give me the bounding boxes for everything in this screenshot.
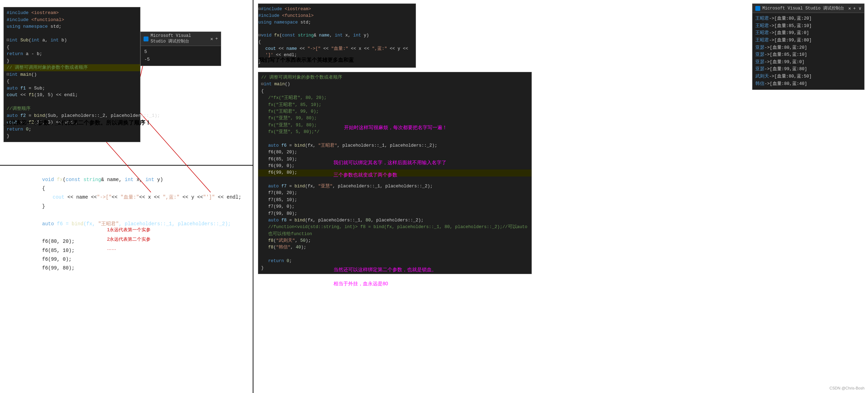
add-btn-tr[interactable]: + ∨ — [853, 6, 861, 11]
code-line: auto f1 = Sub; — [4, 85, 140, 92]
annotation-bl1: 1永远代表第一个实参 — [107, 227, 151, 233]
output-row: 武则天->[血量:80,蓝:50] — [755, 73, 861, 80]
code-line: cout << f1(10, 5) << endl; — [4, 92, 140, 99]
annotation-main-1: 开始时这样写很麻烦，每次都要把名字写一遍！ — [344, 125, 447, 131]
code-line: using namespace std; — [258, 19, 416, 26]
vs-icon — [144, 36, 148, 41]
code-line: f7(80, 20); — [258, 190, 531, 196]
code-line: { — [258, 39, 416, 46]
code-line: #include <functional> — [4, 16, 140, 24]
code-line — [258, 251, 531, 258]
annotation-bl2: 2永远代表第二个实参 — [107, 236, 151, 242]
output-row: 王昭君->[血量:80,蓝:20] — [755, 15, 861, 22]
annotation-main-3: 三个参数也就变成了两个参数 — [333, 172, 397, 178]
code-line: #include <functional> — [258, 13, 416, 19]
code-line — [42, 211, 260, 220]
code-line: return 0; — [258, 258, 531, 265]
annotation-main-4: 当然还可以这样绑定第二个参数，也就是锁血。 — [333, 267, 437, 273]
code-line: cout << name <<"->["<< "血量:"<< x << ",蓝:… — [42, 193, 260, 202]
code-line: { — [4, 44, 140, 51]
watermark: CSDN @Chris-Bosh — [829, 386, 864, 390]
code-line: //function<void(std::string, int)> f8 = … — [258, 224, 531, 238]
code-line: f6(85, 10); — [42, 246, 260, 255]
add-button[interactable]: + — [215, 36, 218, 41]
output-titlebar: Microsoft Visual Studio 调试控制台 ✕ + ∨ — [753, 4, 864, 13]
code-line — [42, 228, 260, 237]
output-row: 韩信->[血量:80,蓝:40] — [755, 80, 861, 88]
close-button[interactable]: ✕ — [210, 36, 213, 42]
code-line — [258, 135, 531, 142]
terminal-popup[interactable]: Microsoft Visual Studio 调试控制台 ✕ + 5 -5 — [140, 32, 221, 66]
code-line: fx("亚慧", 99, 80); — [258, 115, 531, 122]
annotation-topcenter: 我们写了个东西表示某个英雄更多血和蓝 — [259, 57, 354, 64]
horizontal-divider — [0, 165, 253, 166]
code-block-bottomleft: void fx(const string& name, int x, int y… — [42, 175, 260, 273]
code-line: fx("王昭君", 85, 10); — [258, 102, 531, 108]
close-btn-tr[interactable]: ✕ — [848, 6, 851, 11]
code-line: } — [4, 58, 140, 65]
output-row: 亚瑟->[血量:80,蓝:20] — [755, 44, 861, 52]
code-line: auto f7 = bind(fx, "亚慧", placeholders::_… — [258, 183, 531, 190]
code-line: f8("韩信", 40); — [258, 244, 531, 251]
code-line: f6(80, 20); — [42, 237, 260, 246]
code-line: f7(99, 0); — [258, 204, 531, 210]
output-row: 王昭君->[血量:99,蓝:0] — [755, 29, 861, 37]
code-line: auto f6 = bind(fx, "王昭君", placeholders::… — [258, 142, 531, 149]
code-line: using namespace std; — [4, 23, 140, 30]
code-line: #include <iostream> — [4, 9, 140, 16]
terminal-title: Microsoft Visual Studio 调试控制台 — [151, 33, 208, 44]
code-line: f6(99, 80); — [42, 264, 260, 273]
code-line: auto f6 = bind(fx, "王昭君", placeholders::… — [42, 220, 260, 228]
output-line-1: 5 — [144, 48, 217, 56]
code-line: ⊟int main() — [258, 81, 531, 88]
output-row: 亚瑟->[血量:99,蓝:0] — [755, 59, 861, 66]
code-line: f6(99, 0); — [42, 255, 260, 264]
output-line-2: -5 — [144, 56, 217, 64]
annotation-bl3: …… — [107, 246, 116, 251]
code-line: auto f8 = bind(fx, placeholders::_1, 80,… — [258, 217, 531, 224]
code-line: void fx(const string& name, int x, int y… — [42, 175, 260, 184]
code-line: f7(85, 10); — [258, 197, 531, 204]
terminal-output: 5 -5 — [141, 46, 221, 66]
code-line: // 调整可调用对象的参数个数或者顺序 — [4, 64, 140, 71]
code-line: f7(99, 80); — [258, 211, 531, 217]
code-line: ⊟#include <iostream> — [258, 6, 416, 13]
code-line: ⊟void fx(const string& name, int x, int … — [258, 32, 416, 39]
code-line: f8("武则天", 50); — [258, 238, 531, 244]
code-line — [4, 30, 140, 37]
annotation-main-2: 我们就可以绑定其名字，这样后面就不用输入名字了 — [333, 160, 446, 166]
code-line: } — [4, 133, 140, 140]
code-line: /*fx("王昭君", 80, 20); — [258, 95, 531, 101]
output-content: 王昭君->[血量:80,蓝:20] 王昭君->[血量:85,蓝:10] 王昭君-… — [753, 13, 864, 89]
output-row: 王昭君->[血量:99,蓝:80] — [755, 37, 861, 44]
code-line: } — [42, 202, 260, 211]
terminal-titlebar: Microsoft Visual Studio 调试控制台 ✕ + — [141, 32, 221, 46]
output-row: 亚瑟->[血量:85,蓝:10] — [755, 51, 861, 59]
vs-icon-tr — [755, 6, 760, 11]
annotation-main-5: 相当于外挂，血永远是80 — [333, 281, 388, 287]
code-line: //调整顺序 — [4, 105, 140, 112]
output-panel-topright: Microsoft Visual Studio 调试控制台 ✕ + ∨ 王昭君-… — [752, 4, 864, 90]
annotation-tl: _1代表第一个参数，_2代表第二个参数。所以调换了顺序！ — [4, 119, 151, 127]
output-title: Microsoft Visual Studio 调试控制台 — [762, 5, 846, 11]
output-row: 亚瑟->[血量:99,蓝:80] — [755, 66, 861, 73]
code-line: return 0; — [4, 126, 140, 133]
code-line: ⊟int Sub(int a, int b) — [4, 37, 140, 44]
code-line: { — [42, 184, 260, 193]
code-line — [4, 99, 140, 106]
code-line: ⊟int main() — [4, 71, 140, 78]
code-line: f6(80, 20); — [258, 149, 531, 156]
code-line — [258, 26, 416, 32]
code-line: // 调整可调用对象的参数个数或者顺序 — [258, 74, 531, 81]
output-row: 王昭君->[血量:85,蓝:10] — [755, 22, 861, 30]
code-line: return a - b; — [4, 51, 140, 58]
code-line: { — [258, 88, 531, 95]
code-line: fx("王昭君", 99, 0); — [258, 108, 531, 115]
code-line: auto f2 = bind(Sub, placeholders::_2, pl… — [4, 112, 140, 119]
code-line: { — [4, 78, 140, 85]
